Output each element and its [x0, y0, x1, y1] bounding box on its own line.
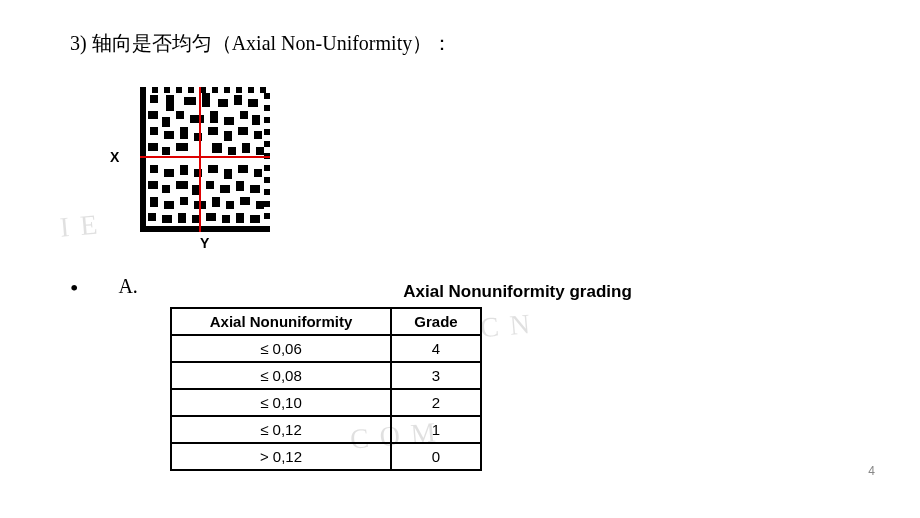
cell-grade: 3	[391, 362, 481, 389]
grading-table: Axial Nonuniformity Grade ≤ 0,06 4 ≤ 0,0…	[170, 307, 482, 471]
svg-rect-72	[164, 201, 174, 209]
cell-grade: 2	[391, 389, 481, 416]
cell-an: ≤ 0,12	[171, 416, 391, 443]
svg-rect-26	[166, 95, 174, 111]
svg-rect-37	[224, 117, 234, 125]
svg-rect-76	[226, 201, 234, 209]
cell-grade: 1	[391, 416, 481, 443]
svg-rect-82	[192, 215, 200, 223]
cell-grade: 4	[391, 335, 481, 362]
svg-rect-67	[206, 181, 214, 189]
svg-rect-15	[264, 105, 270, 111]
svg-rect-75	[212, 197, 220, 207]
svg-rect-24	[264, 213, 270, 219]
svg-rect-69	[236, 181, 244, 191]
svg-rect-18	[264, 141, 270, 147]
svg-rect-38	[240, 111, 248, 119]
svg-rect-25	[150, 95, 158, 103]
svg-rect-55	[150, 165, 158, 173]
svg-rect-83	[206, 213, 216, 221]
svg-rect-78	[256, 201, 264, 209]
header-grade: Grade	[391, 308, 481, 335]
svg-rect-11	[236, 87, 242, 93]
svg-rect-20	[264, 165, 270, 171]
svg-rect-54	[256, 147, 264, 155]
svg-rect-53	[242, 143, 250, 153]
section-heading: 3) 轴向是否均匀（Axial Non-Uniformity）：	[70, 30, 850, 57]
grading-table-area: Axial Nonuniformity grading Axial Nonuni…	[170, 282, 850, 471]
svg-rect-47	[254, 131, 262, 139]
svg-rect-42	[180, 127, 188, 139]
cell-an: ≤ 0,10	[171, 389, 391, 416]
svg-rect-3	[140, 87, 146, 93]
item-a-label: A.	[118, 275, 137, 298]
svg-rect-31	[248, 99, 258, 107]
table-row: ≤ 0,06 4	[171, 335, 481, 362]
svg-rect-1	[140, 87, 146, 232]
svg-rect-86	[250, 215, 260, 223]
svg-rect-23	[264, 201, 270, 207]
svg-rect-73	[180, 197, 188, 205]
svg-rect-71	[150, 197, 158, 207]
svg-rect-64	[162, 185, 170, 193]
svg-rect-29	[218, 99, 228, 107]
svg-rect-36	[210, 111, 218, 123]
page-number: 4	[868, 464, 875, 478]
svg-rect-21	[264, 177, 270, 183]
svg-rect-61	[238, 165, 248, 173]
svg-rect-46	[238, 127, 248, 135]
svg-rect-63	[148, 181, 158, 189]
svg-rect-84	[222, 215, 230, 223]
svg-rect-50	[176, 143, 188, 151]
svg-rect-45	[224, 131, 232, 141]
svg-rect-10	[224, 87, 230, 93]
cell-an: ≤ 0,06	[171, 335, 391, 362]
svg-rect-7	[188, 87, 194, 93]
svg-rect-34	[176, 111, 184, 119]
svg-rect-9	[212, 87, 218, 93]
svg-rect-40	[150, 127, 158, 135]
svg-rect-80	[162, 215, 172, 223]
svg-rect-51	[212, 143, 222, 153]
table-title: Axial Nonuniformity grading	[185, 282, 850, 302]
svg-rect-12	[248, 87, 254, 93]
svg-rect-81	[178, 213, 186, 223]
cell-an: ≤ 0,08	[171, 362, 391, 389]
svg-rect-39	[252, 115, 260, 125]
svg-rect-62	[254, 169, 262, 177]
datamatrix-icon	[140, 87, 270, 232]
svg-rect-48	[148, 143, 158, 151]
svg-rect-79	[148, 213, 156, 221]
svg-rect-60	[224, 169, 232, 179]
svg-rect-28	[202, 93, 210, 107]
svg-rect-66	[192, 185, 200, 195]
svg-rect-57	[180, 165, 188, 175]
header-axial-nonuniformity: Axial Nonuniformity	[171, 308, 391, 335]
cell-an: > 0,12	[171, 443, 391, 470]
svg-rect-49	[162, 147, 170, 155]
svg-rect-0	[140, 87, 270, 232]
bullet-icon: •	[70, 275, 78, 302]
svg-rect-56	[164, 169, 174, 177]
svg-rect-44	[208, 127, 218, 135]
svg-rect-14	[264, 93, 270, 99]
svg-rect-6	[176, 87, 182, 93]
x-axis-label: X	[110, 149, 119, 165]
svg-rect-4	[152, 87, 158, 93]
y-axis-label: Y	[200, 235, 209, 251]
svg-rect-30	[234, 95, 242, 105]
svg-rect-33	[162, 117, 170, 127]
svg-rect-35	[190, 115, 204, 123]
svg-rect-77	[240, 197, 250, 205]
svg-rect-17	[264, 129, 270, 135]
svg-rect-41	[164, 131, 174, 139]
datamatrix-diagram: X Y	[110, 87, 310, 257]
svg-rect-2	[140, 226, 270, 232]
svg-rect-68	[220, 185, 230, 193]
svg-rect-32	[148, 111, 158, 119]
svg-rect-70	[250, 185, 260, 193]
svg-rect-85	[236, 213, 244, 223]
table-row: ≤ 0,08 3	[171, 362, 481, 389]
svg-rect-65	[176, 181, 188, 189]
svg-rect-27	[184, 97, 196, 105]
